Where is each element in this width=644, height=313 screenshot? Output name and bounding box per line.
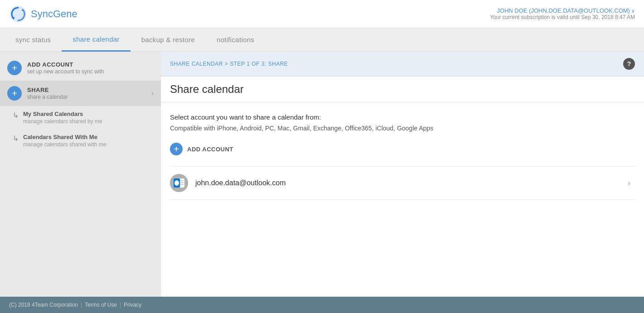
sidebar-sub-my-shared-text: My Shared Calendars manage calendars sha… — [23, 111, 102, 125]
account-icon — [170, 174, 188, 192]
sidebar-sub-my-shared-title: My Shared Calendars — [23, 111, 102, 117]
footer: (C) 2018 4Team Corporation | Terms of Us… — [0, 297, 644, 313]
sidebar-item-add-account[interactable]: + ADD ACCOUNT set up new account to sync… — [0, 55, 161, 81]
header: SyncGene JOHN DOE (JOHN.DOE.DATA@OUTLOOK… — [0, 0, 644, 28]
sub-arrow-icon-shared-with-me: ↳ — [13, 134, 19, 143]
panel-header: SHARE CALENDAR > STEP 1 OF 3: SHARE ? — [161, 52, 644, 77]
sidebar-item-calendars-shared-with-me[interactable]: ↳ Calendars Shared With Me manage calend… — [0, 129, 161, 152]
sidebar-item-share-subtitle: share a calendar — [27, 94, 68, 100]
footer-terms-link[interactable]: Terms of Use — [85, 302, 117, 308]
plus-icon-add-account: + — [7, 61, 22, 75]
sidebar-sub-shared-with-me-text: Calendars Shared With Me manage calendar… — [23, 134, 106, 148]
compatible-text: Compatible with iPhone, Android, PC, Mac… — [170, 125, 635, 132]
account-row[interactable]: john.doe.data@outlook.com › — [170, 166, 635, 200]
sidebar-item-share-text: SHARE share a calendar — [27, 87, 68, 100]
user-name[interactable]: JOHN DOE (JOHN.DOE.DATA@OUTLOOK.COM) — [490, 7, 635, 14]
sidebar-item-add-account-title: ADD ACCOUNT — [27, 61, 104, 68]
tab-sync-status[interactable]: sync status — [5, 28, 62, 52]
sidebar-item-add-account-subtitle: set up new account to sync with — [27, 68, 104, 75]
syncgene-logo-icon — [9, 5, 27, 23]
sidebar: + ADD ACCOUNT set up new account to sync… — [0, 52, 161, 297]
panel-body: Select account you want to share a calen… — [161, 102, 644, 211]
svg-rect-7 — [180, 180, 184, 181]
add-account-button[interactable]: + ADD ACCOUNT — [170, 143, 635, 155]
help-icon[interactable]: ? — [623, 58, 635, 70]
logo-text: SyncGene — [31, 8, 77, 20]
main-area: + ADD ACCOUNT set up new account to sync… — [0, 52, 644, 297]
sidebar-item-add-account-text: ADD ACCOUNT set up new account to sync w… — [27, 61, 104, 75]
footer-copyright: (C) 2018 4Team Corporation — [9, 302, 78, 308]
user-info: JOHN DOE (JOHN.DOE.DATA@OUTLOOK.COM) You… — [490, 7, 635, 20]
sidebar-sub-shared-with-me-subtitle: manage calendars shared with me — [23, 141, 106, 148]
tab-notifications[interactable]: notifications — [206, 28, 265, 52]
logo-area: SyncGene — [9, 5, 77, 23]
content-panel: SHARE CALENDAR > STEP 1 OF 3: SHARE ? Sh… — [161, 52, 644, 297]
outlook-icon — [170, 174, 188, 192]
footer-privacy-link[interactable]: Privacy — [124, 302, 141, 308]
account-chevron-icon: › — [628, 178, 630, 188]
sidebar-item-share-title: SHARE — [27, 87, 68, 93]
sidebar-sub-my-shared-subtitle: manage calendars shared by me — [23, 118, 102, 125]
footer-divider-2: | — [120, 302, 121, 308]
select-account-text: Select account you want to share a calen… — [170, 113, 635, 121]
user-subscription: Your current subscription is valid until… — [490, 14, 635, 20]
svg-point-6 — [174, 180, 179, 186]
footer-divider-1: | — [81, 302, 82, 308]
sidebar-item-share-arrow: › — [151, 89, 154, 97]
sidebar-item-share[interactable]: + SHARE share a calendar › — [0, 81, 161, 106]
account-email: john.doe.data@outlook.com — [195, 179, 628, 187]
nav-tabs: sync status share calendar backup & rest… — [0, 28, 644, 52]
breadcrumb: SHARE CALENDAR > STEP 1 OF 3: SHARE — [170, 61, 288, 67]
add-account-button-label: ADD ACCOUNT — [187, 146, 233, 153]
sub-arrow-icon-my-shared: ↳ — [13, 111, 19, 120]
tab-backup-restore[interactable]: backup & restore — [131, 28, 206, 52]
tab-share-calendar[interactable]: share calendar — [62, 28, 130, 52]
svg-rect-9 — [180, 184, 184, 185]
plus-icon-panel: + — [170, 143, 183, 155]
sidebar-item-my-shared-calendars[interactable]: ↳ My Shared Calendars manage calendars s… — [0, 106, 161, 129]
svg-rect-8 — [180, 182, 184, 183]
panel-title: Share calendar — [161, 77, 644, 102]
sidebar-sub-shared-with-me-title: Calendars Shared With Me — [23, 134, 106, 140]
plus-icon-share: + — [7, 86, 22, 101]
